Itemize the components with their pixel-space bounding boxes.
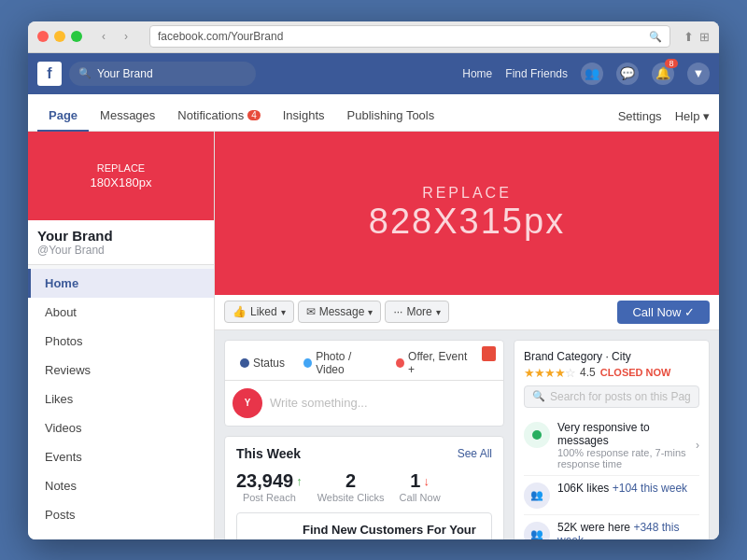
nav-home[interactable]: Home <box>462 67 492 80</box>
stat-value-call-now: 1 ↓ <box>400 470 441 492</box>
feed-area: Status Photo / Video Offer, Event + <box>215 330 719 539</box>
info-text: 52K were here +348 this week <box>557 521 699 539</box>
tab-insights[interactable]: Insights <box>272 101 336 132</box>
forward-button[interactable]: › <box>116 26 136 47</box>
stats-title: This Week <box>236 446 301 461</box>
stat-post-reach: 23,949 ↑ Post Reach <box>236 470 303 503</box>
sidebar-item-likes[interactable]: Likes <box>28 385 214 413</box>
friends-icon[interactable]: 👥 <box>581 63 603 85</box>
rating-number: 4.5 <box>580 366 596 379</box>
sidebar-item-events[interactable]: Events <box>28 442 214 471</box>
likes-icon: 👥 <box>524 483 550 509</box>
responsive-icon <box>524 422 550 448</box>
brand-category: Brand Category · City <box>524 350 699 363</box>
sidebar-item-posts[interactable]: Posts <box>28 500 214 529</box>
account-menu[interactable]: ▼ <box>687 63 710 85</box>
chevron-right-icon: › <box>696 439 699 452</box>
trend-up-icon: ↑ <box>296 474 303 488</box>
action-bar: 👍 Liked ▾ ✉ Message ▾ ··· More ▾ Call No… <box>215 295 719 330</box>
placeholder-size: 180X180px <box>91 175 152 189</box>
maximize-button[interactable] <box>71 31 82 42</box>
info-text: Very responsive to messages 100% respons… <box>557 421 688 469</box>
post-input[interactable]: Write something... <box>270 396 496 410</box>
page-search-input[interactable] <box>550 390 691 403</box>
notifications-count: 4 <box>247 110 261 120</box>
sidebar-item-about[interactable]: About <box>28 298 214 327</box>
stats-card: This Week See All 23,949 ↑ Post Reach <box>224 436 504 539</box>
sidebar-item-home[interactable]: Home <box>28 269 214 298</box>
more-button[interactable]: ··· More ▾ <box>385 301 448 323</box>
tab-page[interactable]: Page <box>37 101 89 132</box>
sidebar-item-photos[interactable]: Photos <box>28 327 214 356</box>
toolbar-icons: ⬆ ⊞ <box>684 30 710 44</box>
sidebar-item-reviews[interactable]: Reviews <box>28 356 214 385</box>
minimize-button[interactable] <box>54 31 65 42</box>
facebook-search-bar[interactable]: 🔍 <box>69 62 256 86</box>
facebook-logo: f <box>37 62 62 86</box>
page-search[interactable]: 🔍 <box>524 385 699 408</box>
stats-row: 23,949 ↑ Post Reach 2 Website Clicks <box>236 470 492 503</box>
page-nav-right: Settings Help ▾ <box>618 109 710 131</box>
composer-body: Y Write something... <box>225 381 503 426</box>
profile-photo-placeholder: REPLACE 180X180px <box>28 132 214 220</box>
photo-icon <box>303 358 312 368</box>
search-input[interactable] <box>97 67 247 80</box>
checkins-icon: 👥 <box>524 522 550 539</box>
profile-info: Your Brand @Your Brand <box>28 220 214 265</box>
composer-tab-offer[interactable]: Offer, Event + <box>388 346 478 380</box>
sidebar-item-manage-tabs[interactable]: Manage Tabs <box>28 529 214 539</box>
message-button[interactable]: ✉ Message ▾ <box>298 301 382 323</box>
address-text: facebook.com/YourBrand <box>158 30 649 43</box>
back-button[interactable]: ‹ <box>93 26 114 47</box>
share-icon[interactable]: ⬆ <box>684 30 694 44</box>
sidebar-item-videos[interactable]: Videos <box>28 413 214 442</box>
main-content: REPLACE 180X180px Your Brand @Your Brand… <box>28 132 719 539</box>
more-dropdown-icon: ▾ <box>436 307 441 317</box>
stats-header: This Week See All <box>236 446 492 461</box>
see-all-link[interactable]: See All <box>458 447 492 460</box>
stat-value-post-reach: 23,949 ↑ <box>236 470 303 492</box>
composer-tab-photo[interactable]: Photo / Video <box>296 346 385 380</box>
help-link[interactable]: Help ▾ <box>675 109 710 123</box>
composer-tab-status[interactable]: Status <box>233 346 292 380</box>
info-main: 52K were here +348 this week <box>557 521 699 539</box>
chat-icon[interactable]: 💬 <box>616 63 639 85</box>
titlebar: ‹ › facebook.com/YourBrand 🔍 ⬆ ⊞ <box>28 21 719 53</box>
rating-stars: ★★★★☆ <box>524 366 575 380</box>
profile-name: Your Brand <box>37 228 204 244</box>
stat-website-clicks: 2 Website Clicks <box>317 470 385 503</box>
cover-photo: REPLACE 828X315px <box>215 132 719 295</box>
settings-link[interactable]: Settings <box>618 109 662 123</box>
sidebar-nav: Home About Photos Reviews Likes Videos E… <box>28 269 214 539</box>
post-composer: Status Photo / Video Offer, Event + <box>224 340 504 427</box>
profile-handle: @Your Brand <box>37 244 204 257</box>
placeholder-text: REPLACE <box>97 162 145 174</box>
notifications-icon[interactable]: 🔔 8 <box>652 63 674 85</box>
left-column: REPLACE 180X180px Your Brand @Your Brand… <box>28 132 215 539</box>
browser-window: ‹ › facebook.com/YourBrand 🔍 ⬆ ⊞ f 🔍 Hom… <box>28 21 719 539</box>
facebook-header: f 🔍 Home Find Friends 👥 💬 🔔 8 ▼ <box>28 53 719 94</box>
avatar: Y <box>233 388 262 418</box>
color-picker[interactable] <box>482 346 496 361</box>
close-button[interactable] <box>37 31 49 42</box>
list-item: 👥 52K were here +348 this week <box>524 515 699 539</box>
tab-notifications[interactable]: Notifications 4 <box>166 101 271 132</box>
nav-find-friends[interactable]: Find Friends <box>505 67 568 80</box>
grid-icon[interactable]: ⊞ <box>699 30 710 44</box>
feed-main: Status Photo / Video Offer, Event + <box>224 340 504 539</box>
message-dropdown-icon: ▾ <box>368 307 373 317</box>
address-bar[interactable]: facebook.com/YourBrand 🔍 <box>149 25 670 48</box>
status-icon <box>240 358 249 368</box>
page-nav: Page Messages Notifications 4 Insights P… <box>28 94 719 132</box>
tab-messages[interactable]: Messages <box>89 101 166 132</box>
info-text: 106K likes +104 this week <box>557 482 699 495</box>
call-now-button[interactable]: Call Now ✓ <box>617 301 710 324</box>
sidebar-item-notes[interactable]: Notes <box>28 471 214 500</box>
stat-call-now: 1 ↓ Call Now <box>400 470 441 503</box>
liked-button[interactable]: 👍 Liked ▾ <box>224 301 294 323</box>
stat-label-website-clicks: Website Clicks <box>317 492 385 503</box>
tab-publishing-tools[interactable]: Publishing Tools <box>336 101 446 132</box>
right-sidebar: Brand Category · City ★★★★☆ 4.5 CLOSED N… <box>514 340 710 539</box>
search-icon: 🔍 <box>532 390 545 402</box>
promo-title: Find New Customers For Your Store <box>303 523 480 539</box>
